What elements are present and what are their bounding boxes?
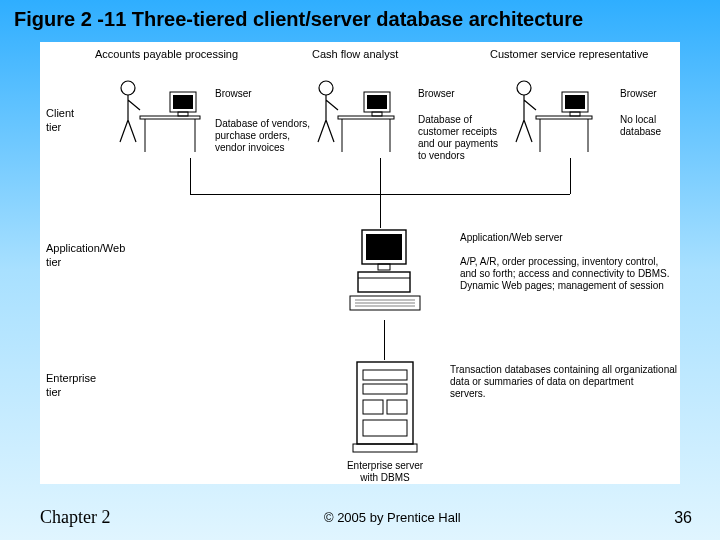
tier-label-client: Client tier [46,107,74,135]
browser-label-3: Browser [620,88,657,100]
svg-rect-22 [366,234,402,260]
computer-icon [340,228,430,318]
client-desc-accounts: Database of vendors, purchase orders, ve… [215,118,310,154]
diagram-canvas: Client tier Application/Web tier Enterpr… [40,42,680,484]
svg-rect-20 [570,112,580,116]
svg-rect-33 [363,400,383,414]
svg-point-7 [319,81,333,95]
person-icon [312,70,422,160]
svg-rect-1 [140,116,200,119]
enterprise-server-desc: Transaction databases containing all org… [450,364,677,400]
figure-title: Figure 2 -11 Three-tiered client/server … [14,8,583,31]
page-number: 36 [674,509,692,527]
app-server-label: Application/Web server [460,232,563,244]
svg-rect-32 [363,384,407,394]
svg-rect-6 [178,112,188,116]
svg-rect-12 [367,95,387,109]
svg-point-14 [517,81,531,95]
svg-rect-34 [387,400,407,414]
browser-label-1: Browser [215,88,252,100]
person-icon [110,70,230,160]
client-desc-csr: No local database [620,114,661,138]
connector-line [410,194,570,195]
copyright-label: © 2005 by Prentice Hall [324,510,461,525]
server-icon [345,360,425,460]
svg-rect-19 [565,95,585,109]
svg-rect-24 [358,272,410,292]
svg-rect-36 [353,444,417,452]
svg-rect-23 [378,264,390,270]
svg-rect-5 [173,95,193,109]
connector-line [190,194,350,195]
connector-line [190,158,191,194]
browser-label-2: Browser [418,88,455,100]
svg-rect-13 [372,112,382,116]
connector-line [350,194,410,195]
svg-rect-31 [363,370,407,380]
connector-line [380,158,381,228]
enterprise-server-label: Enterprise server with DBMS [330,460,440,484]
svg-rect-30 [357,362,413,444]
svg-point-0 [121,81,135,95]
col-cashflow: Cash flow analyst [312,48,398,60]
app-server-desc: A/P, A/R, order processing, inventory co… [460,256,670,292]
col-accounts: Accounts payable processing [95,48,238,60]
connector-line [570,158,571,194]
tier-label-app: Application/Web tier [46,242,125,270]
svg-rect-15 [536,116,592,119]
person-icon [510,70,620,160]
connector-line [384,320,385,360]
svg-rect-8 [338,116,394,119]
chapter-label: Chapter 2 [40,507,110,528]
client-desc-cashflow: Database of customer receipts and our pa… [418,114,498,162]
slide-footer: Chapter 2 © 2005 by Prentice Hall 36 [0,507,720,528]
svg-rect-35 [363,420,407,436]
tier-label-enterprise: Enterprise tier [46,372,96,400]
col-csr: Customer service representative [490,48,648,60]
